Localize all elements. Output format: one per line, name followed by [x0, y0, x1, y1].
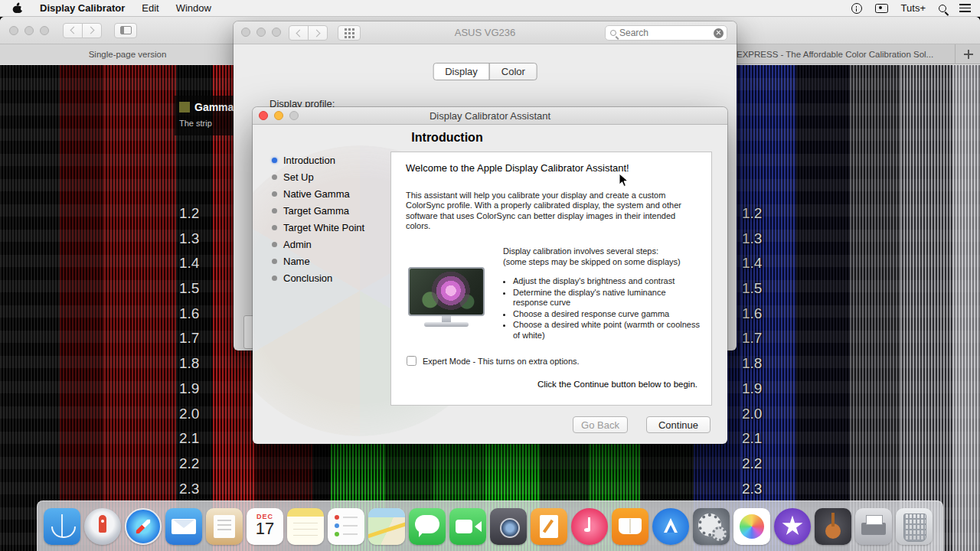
- expert-mode-row: Expert Mode - This turns on extra option…: [407, 356, 580, 366]
- dock-icon-garageband[interactable]: [815, 508, 851, 545]
- go-back-button[interactable]: Go Back: [573, 416, 628, 433]
- caption-title: Gamma: [194, 101, 234, 113]
- step-label: Introduction: [283, 155, 335, 166]
- dock-icon-ibooks[interactable]: [612, 508, 648, 545]
- back-button[interactable]: [289, 25, 309, 41]
- step-label: Name: [283, 256, 310, 267]
- dock-icon-imovie[interactable]: [774, 508, 811, 545]
- step-introduction: Introduction: [272, 152, 364, 168]
- step-dot-icon: [272, 191, 277, 197]
- assistant-titlebar: Display Calibrator Assistant: [253, 107, 727, 125]
- tab-title: EXPRESS - The Affordable Color Calibrati…: [737, 44, 933, 64]
- bullet-item: Determine the display's native luminance…: [513, 288, 701, 308]
- dock-icon-maps[interactable]: [368, 508, 405, 545]
- menu-edit[interactable]: Edit: [142, 2, 158, 14]
- sidebar-toggle-button[interactable]: [114, 23, 137, 38]
- gamma-value: 1.7: [742, 330, 777, 355]
- display-color-tabs: Display Color: [433, 63, 537, 80]
- tab-color[interactable]: Color: [489, 63, 537, 80]
- dock-icon-photos[interactable]: [733, 508, 770, 545]
- forward-button[interactable]: [308, 25, 328, 41]
- gamma-value: 1.8: [179, 355, 214, 380]
- tab-display[interactable]: Display: [433, 63, 490, 80]
- expert-mode-checkbox[interactable]: [407, 356, 416, 366]
- dock-icon-notes[interactable]: [287, 508, 324, 545]
- dock-icon-safari[interactable]: [125, 508, 162, 545]
- gamma-value: 1.4: [179, 255, 214, 280]
- continue-button[interactable]: Continue: [646, 416, 710, 433]
- chevron-right-icon: [313, 29, 321, 37]
- menu-window[interactable]: Window: [176, 2, 211, 14]
- close-button[interactable]: [241, 28, 250, 37]
- gamma-value: 1.5: [742, 280, 777, 305]
- minimize-button[interactable]: [256, 28, 266, 37]
- step-dot-icon: [272, 158, 277, 163]
- gamma-value: 2.2: [179, 455, 214, 481]
- apple-menu-icon[interactable]: [12, 2, 23, 15]
- dock-icon-photo-booth[interactable]: [490, 508, 527, 545]
- back-button[interactable]: [63, 23, 83, 38]
- browser-tab-single-page[interactable]: Single-page version: [0, 44, 256, 64]
- page-title: Introduction: [386, 131, 508, 145]
- dock-icon-finder[interactable]: [44, 508, 80, 545]
- mouse-cursor: [619, 173, 629, 188]
- gamma-value: 2.1: [179, 430, 214, 455]
- dock-icon-pages[interactable]: [531, 508, 567, 545]
- monitor-stand: [442, 316, 451, 322]
- clear-search-button[interactable]: [714, 28, 724, 38]
- dock-icon-app-store[interactable]: [652, 508, 689, 545]
- gamma-value: 1.6: [742, 305, 777, 331]
- dock-icon-trash[interactable]: [896, 508, 933, 545]
- search-field[interactable]: [605, 25, 727, 41]
- menu-app-name[interactable]: Display Calibrator: [40, 2, 125, 14]
- gamma-value: 2.0: [179, 406, 214, 431]
- asus-nav-buttons: [289, 25, 328, 41]
- bullet-item: Choose a desired response curve gamma: [513, 309, 701, 320]
- dock-icon-system-preferences[interactable]: [693, 508, 730, 545]
- zoom-button[interactable]: [40, 26, 49, 35]
- dock-icon-itunes[interactable]: [571, 508, 608, 545]
- bullet-item: Choose a desired white point (warmth or …: [513, 320, 701, 341]
- asus-titlebar: ASUS VG236: [234, 21, 737, 44]
- menu-extra-tuts[interactable]: Tuts+: [901, 2, 926, 14]
- dock-icon-mail[interactable]: [165, 508, 202, 545]
- gamma-value: 1.2: [179, 205, 214, 230]
- step-target-gamma: Target Gamma: [272, 202, 364, 219]
- dock-icon-printer[interactable]: [855, 508, 892, 545]
- browser-window-controls[interactable]: [9, 26, 49, 35]
- gamma-value: 1.9: [179, 380, 214, 406]
- continue-hint: Click the Continue button below to begin…: [537, 380, 697, 389]
- search-input[interactable]: [619, 28, 710, 38]
- close-button[interactable]: [259, 111, 268, 120]
- dock-icon-calendar[interactable]: DEC 17: [247, 508, 283, 545]
- new-tab-button[interactable]: [962, 47, 975, 61]
- dock-icon-launchpad[interactable]: [84, 508, 121, 545]
- spotlight-search-icon[interactable]: [939, 5, 946, 12]
- zoom-button[interactable]: [272, 28, 281, 37]
- step-dot-icon: [272, 276, 277, 281]
- calibration-steps-bullets: Adjust the display's brightness and cont…: [503, 276, 701, 341]
- notification-center-icon[interactable]: [959, 4, 971, 12]
- close-button[interactable]: [9, 26, 18, 35]
- info-menu-icon[interactable]: [851, 3, 862, 14]
- zoom-button[interactable]: [289, 111, 299, 120]
- bullet-item: Adjust the display's brightness and cont…: [513, 276, 701, 287]
- dock-icon-reminders[interactable]: [328, 508, 364, 545]
- show-all-button[interactable]: [338, 25, 361, 41]
- gamma-value: 1.3: [742, 230, 777, 256]
- dock-icon-facetime[interactable]: [449, 508, 486, 545]
- minimize-button[interactable]: [274, 111, 283, 120]
- gamma-value: 1.2: [742, 205, 777, 230]
- step-dot-icon: [272, 259, 277, 264]
- asus-window-controls[interactable]: [241, 28, 281, 37]
- step-dot-icon: [272, 225, 277, 230]
- display-menu-icon[interactable]: [875, 4, 888, 13]
- forward-button[interactable]: [82, 23, 102, 38]
- step-conclusion: Conclusion: [272, 269, 364, 286]
- chevron-left-icon: [70, 27, 78, 34]
- assistant-window-controls[interactable]: [259, 111, 299, 120]
- minimize-button[interactable]: [24, 26, 34, 35]
- display-illustration: [407, 267, 486, 331]
- dock-icon-contacts[interactable]: [206, 508, 243, 545]
- dock-icon-messages[interactable]: [409, 508, 446, 545]
